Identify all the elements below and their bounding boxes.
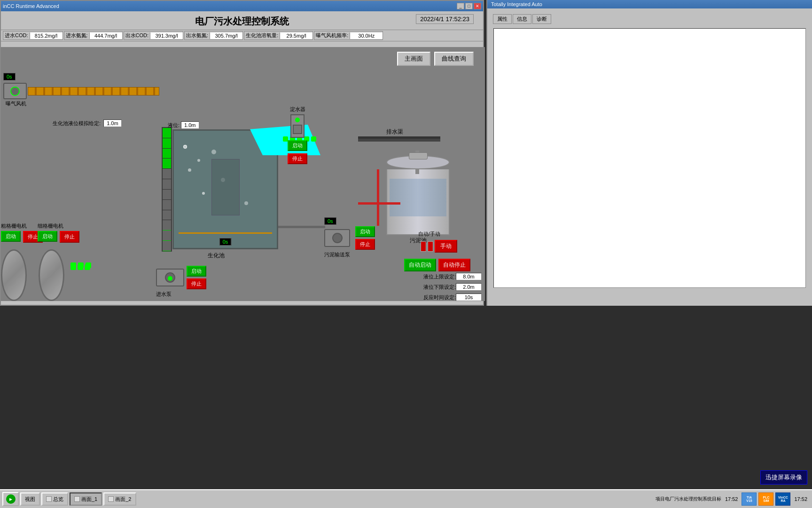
screen2-tab[interactable]: 画面_2 bbox=[103, 492, 136, 506]
inlet-pump-label: 进水泵 bbox=[156, 291, 206, 298]
bubble4 bbox=[188, 168, 191, 172]
sludge-pump-rotor bbox=[332, 233, 343, 243]
blower-section: 0s 曝气风机 bbox=[3, 73, 159, 107]
sludge-pump-timer: 0s bbox=[324, 217, 336, 225]
decanter-stop-button[interactable]: 停止 bbox=[288, 153, 307, 164]
sludge-pump-buttons: 启动 停止 bbox=[355, 226, 375, 250]
seg11 bbox=[163, 230, 171, 240]
blower-freq-label: 曝气风机频率: bbox=[314, 32, 350, 40]
inlet-pump-indicator bbox=[168, 276, 172, 281]
seg12 bbox=[163, 241, 171, 251]
overview-icon bbox=[46, 496, 52, 502]
reaction-time-value[interactable]: 10s bbox=[456, 294, 482, 301]
inlet-stop-button[interactable]: 停止 bbox=[187, 278, 206, 289]
reaction-time-row: 反应时间设定: 10s bbox=[399, 294, 482, 301]
inlet-pump-motor-row: 启动 停止 bbox=[156, 266, 206, 289]
drainage-channel-2 bbox=[358, 139, 440, 142]
auto-buttons: 自动启动 自动停止 bbox=[404, 259, 470, 271]
system-tray: 项目电厂污水处理控制系统目标 17:52 TIAV15 PLCSIM VinCC… bbox=[656, 492, 807, 506]
liquid-level-set-value[interactable]: 1.0m bbox=[103, 119, 121, 127]
status-blower-freq: 曝气风机频率: 30.0Hz bbox=[314, 31, 383, 40]
decanter-indicator bbox=[295, 118, 300, 122]
main-screen-button[interactable]: 主画面 bbox=[397, 52, 430, 66]
bubble7 bbox=[244, 201, 248, 205]
taskbar: ▶ 视图 总览 画面_1 画面_2 项目电厂污水处理控制系统目标 17:52 T… bbox=[0, 489, 812, 508]
nh3-out-label: 出水氨氮: bbox=[185, 32, 210, 40]
fine-screen-motor-section: 细格栅电机 启动 停止 bbox=[38, 221, 79, 243]
page-title: 电厂污水处理控制系统 bbox=[1, 11, 483, 30]
curve-query-button[interactable]: 曲线查询 bbox=[434, 52, 474, 66]
inlet-pump-motor bbox=[156, 269, 184, 286]
tia-tab-properties[interactable]: 属性 bbox=[493, 14, 512, 24]
sys-clock: 17:52 bbox=[725, 496, 738, 502]
coarse-screen-motor-section: 粗格栅电机 启动 停止 bbox=[1, 221, 43, 243]
fine-stop-button[interactable]: 停止 bbox=[60, 231, 79, 243]
tia-tab-diagnostics[interactable]: 诊断 bbox=[532, 14, 551, 24]
seg1 bbox=[163, 128, 171, 138]
maximize-button[interactable]: □ bbox=[465, 3, 473, 9]
window-title: inCC Runtime Advanced bbox=[3, 3, 59, 9]
bubble3 bbox=[211, 150, 216, 154]
lower-limit-value[interactable]: 2.0m bbox=[456, 283, 482, 291]
red-pipe-v bbox=[377, 169, 379, 226]
view-button[interactable]: 视图 bbox=[20, 492, 40, 506]
auto-manual-label: 自动/手动 bbox=[418, 230, 440, 238]
c-led3 bbox=[85, 264, 90, 270]
cod-in-value: 815.2mg/l bbox=[30, 32, 62, 39]
screen2-icon bbox=[108, 496, 114, 502]
inlet-start-button[interactable]: 启动 bbox=[187, 266, 206, 277]
coarse-motor-buttons: 启动 停止 bbox=[1, 231, 43, 243]
decanter-buttons: 启动 停止 bbox=[288, 140, 307, 164]
auto-stop-button[interactable]: 自动停止 bbox=[438, 259, 470, 271]
manual-button[interactable]: 手动 bbox=[435, 240, 457, 253]
manual-indicator-icon bbox=[421, 241, 426, 252]
watermark: 迅捷屏幕录像 bbox=[760, 470, 807, 484]
sludge-pump-start-button[interactable]: 启动 bbox=[355, 226, 375, 237]
seg3 bbox=[163, 149, 171, 159]
coarse-screen-motor-label: 粗格栅电机 bbox=[1, 223, 27, 229]
decanter-start-button[interactable]: 启动 bbox=[288, 140, 307, 151]
minimize-button[interactable]: _ bbox=[457, 3, 464, 9]
screen1-tab[interactable]: 画面_1 bbox=[70, 492, 102, 506]
coarse-start-button[interactable]: 启动 bbox=[1, 231, 21, 242]
liquid-level-value[interactable]: 1.0m bbox=[181, 121, 199, 129]
decanter-body bbox=[293, 125, 302, 134]
sludge-tank-top bbox=[386, 155, 450, 169]
liquid-level-set-label: 生化池液位模拟给定: 1.0m bbox=[53, 120, 122, 127]
liquid-level-bar bbox=[162, 127, 172, 252]
window-controls: _ □ ✕ bbox=[457, 3, 481, 9]
overview-tab[interactable]: 总览 bbox=[41, 492, 68, 506]
top-buttons: 主画面 曲线查询 bbox=[397, 52, 474, 66]
level-segments bbox=[162, 127, 172, 251]
status-cod-in: 进水COD: 815.2mg/l bbox=[3, 31, 63, 40]
lower-limit-row: 液位下限设定: 2.0m bbox=[399, 283, 482, 291]
upper-limit-value[interactable]: 8.0m bbox=[456, 273, 482, 280]
seg6 bbox=[163, 179, 171, 189]
blower-timer: 0s bbox=[3, 73, 16, 80]
vincc-logo: VinCCRA bbox=[775, 492, 790, 506]
fine-start-button[interactable]: 启动 bbox=[38, 231, 57, 242]
close-button[interactable]: ✕ bbox=[474, 3, 481, 9]
conveyor-leds bbox=[70, 264, 90, 270]
bubble1 bbox=[183, 145, 187, 149]
decanter-section: 淀水器 启动 停止 bbox=[288, 106, 307, 164]
taskbar-time: 17:52 bbox=[794, 496, 807, 502]
start-button[interactable]: ▶ bbox=[2, 492, 19, 506]
datetime-display: 2022/4/1 17:52:23 bbox=[416, 14, 474, 24]
fine-screen-motor-label: 细格栅电机 bbox=[38, 223, 63, 229]
screen1-icon bbox=[74, 496, 80, 502]
inlet-pump-buttons: 启动 停止 bbox=[187, 266, 206, 289]
seg2 bbox=[163, 138, 171, 148]
lower-limit-label: 液位下限设定: bbox=[423, 284, 456, 291]
c-led1 bbox=[70, 264, 76, 270]
decanter-label: 淀水器 bbox=[290, 106, 305, 113]
sludge-pump-stop-button[interactable]: 停止 bbox=[355, 239, 375, 250]
seg5 bbox=[163, 169, 171, 179]
pump-pipe-h bbox=[278, 226, 325, 228]
inner-tank bbox=[211, 159, 240, 215]
sludge-pump-motor bbox=[324, 229, 350, 247]
auto-start-button[interactable]: 自动启动 bbox=[404, 259, 436, 271]
tia-tab-info[interactable]: 信息 bbox=[513, 14, 531, 24]
fine-screen-drum bbox=[39, 249, 64, 301]
blower-indicator bbox=[10, 87, 20, 96]
